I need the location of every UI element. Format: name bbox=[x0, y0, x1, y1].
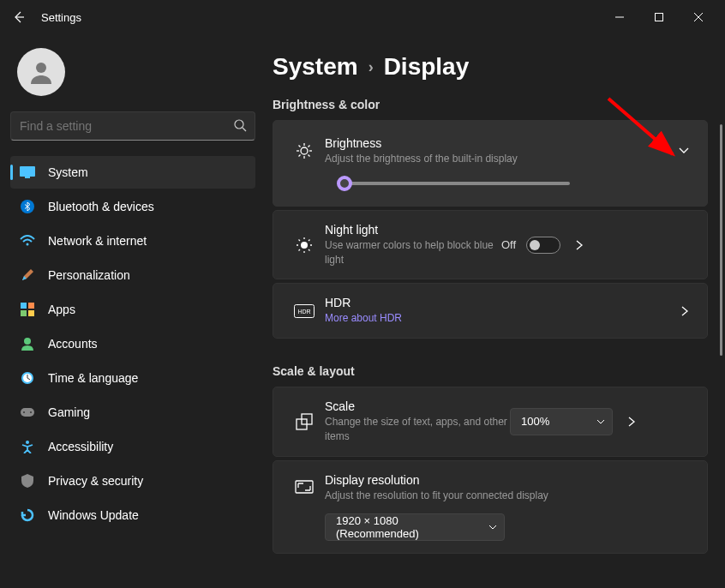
nightlight-open-button[interactable] bbox=[571, 236, 588, 255]
nightlight-card[interactable]: Night light Use warmer colors to help bl… bbox=[273, 210, 708, 280]
nav-item-apps[interactable]: Apps bbox=[10, 293, 255, 326]
scale-title: Scale bbox=[325, 399, 510, 413]
svg-rect-7 bbox=[21, 303, 27, 309]
nav-label: Personalization bbox=[48, 268, 130, 282]
svg-point-11 bbox=[24, 338, 31, 345]
user-avatar[interactable] bbox=[17, 48, 65, 96]
scale-desc: Change the size of text, apps, and other… bbox=[325, 415, 510, 444]
nav-item-network[interactable]: Network & internet bbox=[10, 225, 255, 257]
hdr-title: HDR bbox=[325, 296, 676, 309]
wifi-icon bbox=[19, 232, 36, 249]
hdr-card[interactable]: HDR HDR More about HDR bbox=[273, 283, 708, 339]
svg-rect-10 bbox=[28, 310, 34, 316]
hdr-link[interactable]: More about HDR bbox=[325, 311, 676, 326]
resolution-desc: Adjust the resolution to fit your connec… bbox=[325, 489, 693, 503]
resolution-value: 1920 × 1080 (Recommended) bbox=[336, 514, 478, 540]
nav-item-accounts[interactable]: Accounts bbox=[10, 327, 255, 360]
svg-point-19 bbox=[301, 242, 308, 249]
chevron-down-icon bbox=[596, 417, 605, 426]
nav-item-bluetooth[interactable]: Bluetooth & devices bbox=[10, 190, 255, 223]
chevron-right-icon bbox=[680, 305, 690, 317]
brightness-expand-button[interactable] bbox=[674, 141, 693, 160]
clock-icon bbox=[19, 369, 36, 387]
resolution-title: Display resolution bbox=[325, 473, 693, 487]
maximize-button[interactable] bbox=[639, 5, 679, 29]
shield-icon bbox=[19, 472, 36, 489]
nightlight-state: Off bbox=[501, 238, 516, 251]
section-brightness-color: Brightness & color bbox=[273, 98, 708, 111]
nav-item-privacy[interactable]: Privacy & security bbox=[10, 465, 255, 497]
breadcrumb-parent[interactable]: System bbox=[273, 53, 358, 81]
scale-value: 100% bbox=[521, 415, 549, 428]
nav-label: System bbox=[48, 165, 88, 179]
svg-point-18 bbox=[301, 147, 308, 154]
display-icon bbox=[19, 164, 36, 181]
close-button[interactable] bbox=[679, 5, 718, 29]
nav-label: Windows Update bbox=[48, 508, 139, 522]
svg-text:HDR: HDR bbox=[297, 309, 310, 315]
slider-thumb[interactable] bbox=[337, 176, 352, 191]
brush-icon bbox=[19, 267, 36, 284]
search-input[interactable] bbox=[10, 111, 255, 141]
scale-open-button[interactable] bbox=[623, 412, 640, 431]
chevron-down-icon bbox=[678, 145, 690, 157]
nav-item-update[interactable]: Windows Update bbox=[10, 499, 255, 531]
minimize-button[interactable] bbox=[600, 5, 639, 29]
scrollbar[interactable] bbox=[720, 124, 722, 356]
nav-item-time[interactable]: Time & language bbox=[10, 362, 255, 394]
brightness-title: Brightness bbox=[325, 136, 674, 150]
content-area: System › Display Brightness & color Brig… bbox=[266, 34, 725, 588]
nav-label: Accounts bbox=[48, 337, 98, 351]
resolution-icon bbox=[287, 480, 321, 495]
nav-item-accessibility[interactable]: Accessibility bbox=[10, 430, 255, 463]
gamepad-icon bbox=[19, 404, 36, 421]
svg-point-2 bbox=[235, 120, 243, 129]
nav-label: Time & language bbox=[48, 371, 138, 385]
apps-icon bbox=[19, 301, 36, 318]
brightness-slider[interactable] bbox=[287, 182, 693, 185]
search-icon bbox=[233, 118, 247, 132]
nav-list: System Bluetooth & devices Network & int… bbox=[10, 156, 255, 531]
titlebar: Settings bbox=[0, 0, 725, 34]
scale-combo[interactable]: 100% bbox=[510, 408, 613, 435]
brightness-desc: Adjust the brightness of the built-in di… bbox=[325, 152, 674, 166]
bluetooth-icon bbox=[19, 198, 36, 215]
update-icon bbox=[19, 507, 36, 524]
brightness-card[interactable]: Brightness Adjust the brightness of the … bbox=[273, 120, 708, 207]
nav-label: Gaming bbox=[48, 405, 90, 419]
nightlight-title: Night light bbox=[325, 223, 501, 237]
svg-point-6 bbox=[27, 243, 29, 246]
search-box[interactable] bbox=[10, 111, 255, 141]
nav-label: Network & internet bbox=[48, 234, 147, 248]
resolution-combo[interactable]: 1920 × 1080 (Recommended) bbox=[325, 513, 505, 541]
hdr-open-button[interactable] bbox=[676, 302, 693, 321]
svg-rect-8 bbox=[28, 303, 34, 309]
breadcrumb-current: Display bbox=[384, 53, 470, 81]
nav-label: Bluetooth & devices bbox=[48, 200, 154, 213]
hdr-icon: HDR bbox=[287, 304, 321, 318]
nav-label: Apps bbox=[48, 303, 75, 316]
back-button[interactable] bbox=[7, 5, 31, 29]
brightness-icon bbox=[287, 141, 321, 160]
nav-label: Accessibility bbox=[48, 440, 113, 453]
chevron-right-icon bbox=[574, 239, 584, 251]
scale-card[interactable]: Scale Change the size of text, apps, and… bbox=[273, 387, 708, 457]
svg-point-17 bbox=[26, 441, 29, 444]
chevron-down-icon bbox=[488, 523, 497, 531]
nightlight-toggle[interactable] bbox=[526, 237, 560, 254]
breadcrumb: System › Display bbox=[273, 53, 708, 81]
nav-item-system[interactable]: System bbox=[10, 156, 255, 189]
nightlight-desc: Use warmer colors to help block blue lig… bbox=[325, 238, 501, 267]
resolution-card: Display resolution Adjust the resolution… bbox=[273, 460, 708, 554]
nightlight-icon bbox=[287, 236, 321, 255]
svg-point-16 bbox=[30, 411, 32, 413]
svg-rect-0 bbox=[656, 14, 663, 21]
svg-point-15 bbox=[23, 411, 25, 413]
svg-rect-4 bbox=[25, 177, 30, 178]
nav-item-personalization[interactable]: Personalization bbox=[10, 259, 255, 291]
nav-label: Privacy & security bbox=[48, 474, 143, 488]
svg-rect-3 bbox=[20, 166, 35, 177]
scale-icon bbox=[287, 412, 321, 431]
window-title: Settings bbox=[41, 11, 81, 24]
nav-item-gaming[interactable]: Gaming bbox=[10, 396, 255, 429]
